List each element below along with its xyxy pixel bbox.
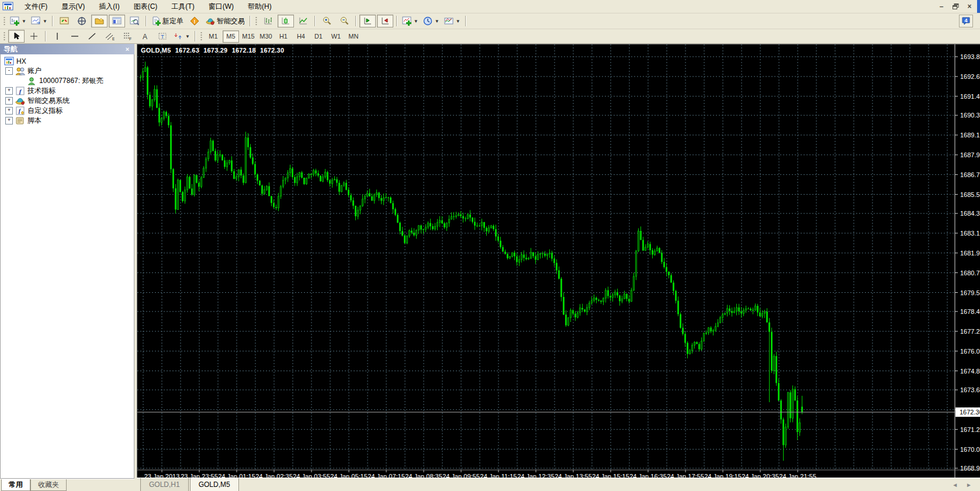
- data-window-button[interactable]: [74, 15, 90, 27]
- templates-button[interactable]: ▼: [442, 15, 462, 27]
- line-chart-button[interactable]: [295, 15, 311, 27]
- new-chart-button[interactable]: ▼: [8, 15, 28, 27]
- arrows-button[interactable]: ▼: [172, 30, 192, 43]
- tree-expand-box[interactable]: -: [5, 67, 13, 75]
- indicators-button[interactable]: ▼: [400, 15, 420, 27]
- crosshair-button[interactable]: [26, 30, 42, 43]
- tree-item-0[interactable]: HX: [1, 56, 134, 66]
- menu-item-0[interactable]: 文件(F): [18, 1, 54, 13]
- price-axis-label: 1678.40: [960, 308, 980, 315]
- timeframe-w1-button[interactable]: W1: [328, 30, 344, 43]
- navigator-tab-0[interactable]: 常用: [1, 479, 30, 491]
- zoom-out-button[interactable]: [336, 15, 352, 27]
- strategy-tester-button[interactable]: [126, 15, 143, 27]
- new-chart-dropdown-icon[interactable]: ▼: [22, 19, 26, 24]
- toolbar-grip[interactable]: [200, 31, 203, 42]
- expert-alert-button[interactable]: !: [186, 15, 203, 27]
- trendline-icon: [88, 32, 97, 41]
- toolbar-grip[interactable]: [3, 31, 6, 42]
- timeframe-h4-button[interactable]: H4: [293, 30, 309, 43]
- toolbar-grip[interactable]: [255, 16, 258, 26]
- text-button[interactable]: A: [137, 30, 153, 43]
- tree-item-1[interactable]: -账户: [1, 66, 134, 76]
- zoom-in-icon: [322, 16, 331, 26]
- main-area: 导航 × HX-账户1000077867: 郑银亮+f技术指标+智能交易系统+f…: [0, 44, 980, 491]
- zoom-in-button[interactable]: [318, 15, 335, 27]
- tree-expand-box[interactable]: +: [5, 107, 13, 115]
- arrows-dropdown-icon[interactable]: ▼: [185, 34, 190, 39]
- timeframe-m30-button[interactable]: M30: [258, 30, 274, 43]
- tree-expand-box[interactable]: +: [5, 97, 13, 105]
- timeframe-m1-button[interactable]: M1: [205, 30, 221, 43]
- navigator-close-button[interactable]: ×: [123, 45, 132, 54]
- tree-item-4[interactable]: +智能交易系统: [1, 96, 134, 106]
- new-order-button[interactable]: 新定单: [150, 15, 185, 27]
- templates-dropdown-icon[interactable]: ▼: [456, 19, 460, 24]
- horizontal-line-button[interactable]: [67, 30, 83, 43]
- candlestick-button[interactable]: [278, 15, 294, 27]
- chart-shift-button[interactable]: [377, 15, 393, 27]
- tree-item-label: 自定义指标: [27, 106, 63, 116]
- menu-item-5[interactable]: 窗口(W): [202, 1, 241, 13]
- cursor-button[interactable]: [8, 30, 25, 43]
- text-label-button[interactable]: T: [154, 30, 171, 43]
- chart-shift-icon: [380, 16, 390, 26]
- svg-text:T: T: [161, 34, 164, 40]
- community-button[interactable]: 4: [959, 15, 973, 27]
- equidistant-channel-button[interactable]: E: [102, 30, 118, 43]
- tree-item-6[interactable]: +脚本: [1, 116, 134, 126]
- minimize-button[interactable]: –: [936, 2, 947, 11]
- script-icon: [15, 116, 25, 125]
- market-watch-button[interactable]: [56, 15, 72, 27]
- expert-advisors-button[interactable]: 智能交易: [204, 15, 247, 27]
- timeframe-m5-button[interactable]: M5: [223, 30, 239, 43]
- tab-scroll-left[interactable]: ◄: [952, 482, 958, 488]
- navigator-button[interactable]: [91, 15, 108, 27]
- vertical-line-button[interactable]: [49, 30, 65, 43]
- navigator-tab-1[interactable]: 收藏夹: [30, 479, 67, 491]
- text-icon: A: [140, 32, 150, 41]
- profiles-dropdown-icon[interactable]: ▼: [43, 19, 47, 24]
- profiles-button[interactable]: ▼: [29, 15, 49, 27]
- periods-dropdown-icon[interactable]: ▼: [435, 19, 439, 24]
- menu-item-3[interactable]: 图表(C): [127, 1, 165, 13]
- chart-tab-gold-h1[interactable]: GOLD,H1: [140, 478, 189, 491]
- tree-item-3[interactable]: +f技术指标: [1, 86, 134, 96]
- chart-area[interactable]: 1693.851692.651691.451690.301689.101687.…: [137, 44, 980, 478]
- timeframe-mn-button[interactable]: MN: [345, 30, 362, 43]
- price-axis-label: 1681.95: [960, 250, 980, 257]
- profiles-icon: [31, 16, 40, 26]
- auto-scroll-button[interactable]: [359, 15, 376, 27]
- current-price-label: 1672.30: [960, 409, 980, 416]
- trendline-button[interactable]: [84, 30, 101, 43]
- periods-button[interactable]: ▼: [421, 15, 441, 27]
- menu-item-1[interactable]: 显示(V): [54, 1, 92, 13]
- tree-expand-box[interactable]: +: [5, 87, 13, 95]
- chart-tab-gold-m5[interactable]: GOLD,M5: [190, 478, 239, 491]
- tree-item-2[interactable]: 1000077867: 郑银亮: [1, 76, 134, 86]
- indicators-dropdown-icon[interactable]: ▼: [414, 19, 418, 24]
- bar-chart-button[interactable]: [260, 15, 276, 27]
- close-button[interactable]: ×: [964, 2, 975, 11]
- menu-items: 文件(F)显示(V)插入(I)图表(C)工具(T)窗口(W)帮助(H): [18, 0, 279, 13]
- toolbar-grip[interactable]: [3, 16, 6, 26]
- timeframe-d1-button[interactable]: D1: [310, 30, 327, 43]
- navigator-panel: 导航 × HX-账户1000077867: 郑银亮+f技术指标+智能交易系统+f…: [0, 44, 134, 491]
- menu-item-2[interactable]: 插入(I): [92, 1, 126, 13]
- text-label-icon: T: [158, 32, 167, 41]
- timeframe-h1-button[interactable]: H1: [275, 30, 292, 43]
- fibonacci-button[interactable]: F: [119, 30, 136, 43]
- tree-item-5[interactable]: +f自定义指标: [1, 106, 134, 116]
- tree-item-label: 智能交易系统: [27, 96, 70, 106]
- indicators-icon: [402, 16, 411, 26]
- tree-expand-box[interactable]: +: [5, 117, 13, 125]
- terminal-button[interactable]: [109, 15, 125, 27]
- timeframe-m15-button[interactable]: M15: [240, 30, 257, 43]
- terminal-icon: [112, 16, 122, 26]
- tab-scroll-right[interactable]: ►: [966, 482, 972, 488]
- app-icon[interactable]: [2, 2, 14, 11]
- menu-item-6[interactable]: 帮助(H): [241, 1, 279, 13]
- chart-tabs: GOLD,H1GOLD,M5◄►: [137, 478, 980, 491]
- menu-item-4[interactable]: 工具(T): [164, 1, 201, 13]
- restore-button[interactable]: [950, 2, 961, 11]
